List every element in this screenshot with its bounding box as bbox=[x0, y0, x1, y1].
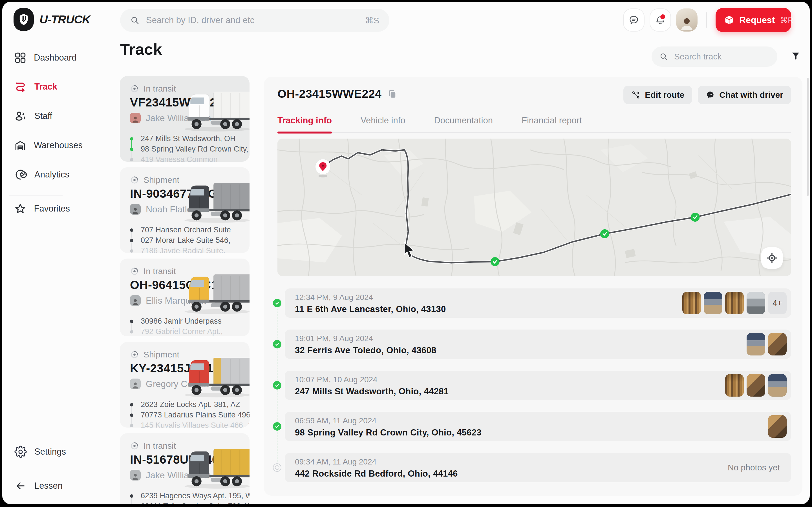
timeline-entry: 09:34 AM, 11 Aug 2024 442 Rockside Rd Be… bbox=[272, 453, 791, 482]
sidebar-item-settings[interactable]: Settings bbox=[2, 443, 70, 460]
main-content: Track In transit VF23415WWE224 Jake Will… bbox=[70, 38, 810, 504]
app-window: U-TRUCK ⌘S Request bbox=[2, 2, 810, 504]
checkpoint-status-icon bbox=[273, 463, 282, 472]
topbar-divider bbox=[706, 12, 707, 27]
stop-photo[interactable] bbox=[768, 333, 786, 355]
status-label: In transit bbox=[144, 441, 176, 451]
edit-route-label: Edit route bbox=[645, 90, 684, 100]
track-search[interactable] bbox=[652, 47, 777, 67]
status-label: Shipment bbox=[144, 350, 179, 359]
stop: 419 Vanessa Common bbox=[130, 154, 223, 162]
checkpoint-photos: 4+ bbox=[682, 292, 786, 314]
sidebar-item-analytics[interactable]: Analytics bbox=[2, 166, 70, 183]
chat-with-driver-button[interactable]: Chat with driver bbox=[698, 86, 791, 104]
global-search[interactable]: ⌘S bbox=[120, 9, 389, 32]
sidebar-item-warehouses[interactable]: Warehouses bbox=[2, 136, 70, 154]
tab-vehicle-info[interactable]: Vehicle info bbox=[361, 111, 405, 132]
truck-image bbox=[181, 180, 250, 224]
timeline-card[interactable]: 09:34 AM, 11 Aug 2024 442 Rockside Rd Be… bbox=[285, 453, 791, 482]
truck-image bbox=[181, 272, 250, 316]
driver-avatar bbox=[130, 204, 141, 215]
stop: 027 Morar Lake Suite 546, bbox=[130, 235, 223, 245]
detail-tabs: Tracking info Vehicle info Documentation… bbox=[277, 111, 791, 133]
timeline-entry: 19:01 PM, 9 Aug 2024 32 Ferris Ave Toled… bbox=[272, 330, 791, 359]
checkpoint-address: 98 Spring Valley Rd Crown City, Ohio, 45… bbox=[295, 428, 481, 438]
shipment-card[interactable]: Shipment KY-23415JNF155 Gregory Corwin 2… bbox=[120, 342, 250, 428]
checkpoint-photos bbox=[725, 374, 786, 397]
locate-button[interactable] bbox=[761, 247, 783, 269]
status-label: In transit bbox=[144, 267, 176, 276]
stop-dot bbox=[130, 148, 133, 151]
logo-wordmark: U-TRUCK bbox=[40, 13, 90, 26]
copy-id-button[interactable] bbox=[387, 89, 398, 100]
checkpoint-address: 11 E 6th Ave Lancaster, Ohio, 43130 bbox=[295, 304, 446, 314]
checkpoint-marker bbox=[600, 229, 609, 238]
status-icon bbox=[130, 175, 139, 184]
stop-photo[interactable] bbox=[768, 374, 786, 397]
sidebar-item-track[interactable]: Track bbox=[2, 78, 70, 96]
user-avatar[interactable] bbox=[676, 8, 698, 32]
route-icon bbox=[14, 80, 27, 93]
more-photos-badge[interactable]: 4+ bbox=[768, 292, 786, 314]
stop: 62611 Talia Garden Suite 723, WI bbox=[130, 501, 223, 504]
sidebar-item-dashboard[interactable]: Dashboard bbox=[2, 49, 70, 66]
stop-dot bbox=[130, 228, 133, 232]
checkpoint-status-icon bbox=[273, 422, 282, 431]
timeline-card[interactable]: 06:59 AM, 11 Aug 2024 98 Spring Valley R… bbox=[285, 412, 791, 441]
stop: 2623 Zoie Locks Apt. 381, AZ bbox=[130, 399, 223, 410]
tab-documentation[interactable]: Documentation bbox=[434, 111, 493, 132]
stop-photo[interactable] bbox=[682, 292, 701, 314]
timeline-card[interactable]: 10:07 PM, 10 Aug 2024 247 Mills St Wadsw… bbox=[285, 371, 791, 400]
chat-bubble-filled-icon bbox=[706, 91, 715, 100]
shipment-list: In transit VF23415WWE224 Jake Williamson… bbox=[120, 76, 250, 504]
status-icon bbox=[130, 350, 139, 359]
stop: 792 Gabriel Corner Apt., bbox=[130, 327, 223, 336]
truck-image bbox=[181, 89, 250, 133]
shipment-card[interactable]: Shipment IN-9034677ZFG154 Noah Flatley 7… bbox=[120, 167, 250, 253]
stop-photo[interactable] bbox=[747, 374, 765, 397]
track-search-input[interactable] bbox=[673, 52, 783, 62]
sidebar: Dashboard Track Staff Warehouses Analyti… bbox=[2, 38, 70, 504]
sidebar-item-staff[interactable]: Staff bbox=[2, 107, 70, 125]
timeline-card[interactable]: 12:34 PM, 9 Aug 2024 11 E 6th Ave Lancas… bbox=[285, 288, 791, 318]
checkpoint-time: 06:59 AM, 11 Aug 2024 bbox=[295, 416, 376, 425]
global-search-input[interactable] bbox=[146, 15, 365, 25]
stop-photo[interactable] bbox=[725, 374, 744, 397]
tracking-timeline: 12:34 PM, 9 Aug 2024 11 E 6th Ave Lancas… bbox=[272, 288, 791, 494]
stop-photo[interactable] bbox=[747, 292, 765, 314]
request-button[interactable]: Request ⌘R bbox=[716, 8, 791, 32]
stop-photo[interactable] bbox=[768, 415, 786, 438]
filter-button[interactable] bbox=[788, 49, 803, 64]
stop-photo[interactable] bbox=[704, 292, 722, 314]
app-logo[interactable] bbox=[13, 8, 34, 31]
warehouse-icon bbox=[14, 139, 27, 152]
route-map[interactable] bbox=[277, 138, 791, 276]
shipment-card[interactable]: In transit OH-96415GFC145 Ellis Marquard… bbox=[120, 259, 250, 336]
stop-photo[interactable] bbox=[725, 292, 744, 314]
edit-route-button[interactable]: Edit route bbox=[623, 86, 692, 104]
checkpoint-marker bbox=[691, 213, 700, 222]
scrollbar[interactable] bbox=[807, 78, 809, 196]
tab-tracking-info[interactable]: Tracking info bbox=[277, 111, 332, 132]
messages-button[interactable] bbox=[623, 8, 645, 32]
stop-dot bbox=[130, 494, 133, 498]
stop-dot bbox=[130, 158, 133, 161]
stop-dot bbox=[130, 330, 133, 334]
request-label: Request bbox=[739, 15, 775, 25]
sidebar-collapse-button[interactable]: Lessen bbox=[2, 477, 70, 495]
checkpoint-time: 19:01 PM, 9 Aug 2024 bbox=[295, 334, 373, 343]
shipment-card[interactable]: In transit VF23415WWE224 Jake Williamson… bbox=[120, 76, 250, 162]
arrow-left-icon bbox=[14, 480, 27, 492]
notification-badge bbox=[659, 13, 666, 20]
tab-financial-report[interactable]: Financial report bbox=[522, 111, 582, 132]
stop: 145 Kuvalis Villages Suite 466, AZ bbox=[130, 420, 223, 428]
notifications-button[interactable] bbox=[650, 8, 671, 32]
no-photos-label: No photos yet bbox=[728, 453, 780, 482]
timeline-card[interactable]: 19:01 PM, 9 Aug 2024 32 Ferris Ave Toled… bbox=[285, 330, 791, 359]
truck-image bbox=[181, 355, 250, 399]
stop-photo[interactable] bbox=[747, 333, 765, 355]
sidebar-item-favorites[interactable]: Favorites bbox=[2, 200, 70, 217]
checkpoint-status-icon bbox=[273, 381, 282, 390]
stop-dot bbox=[130, 320, 133, 323]
shipment-card[interactable]: In transit IN-51678URE401 Jake Williamso… bbox=[120, 433, 250, 504]
